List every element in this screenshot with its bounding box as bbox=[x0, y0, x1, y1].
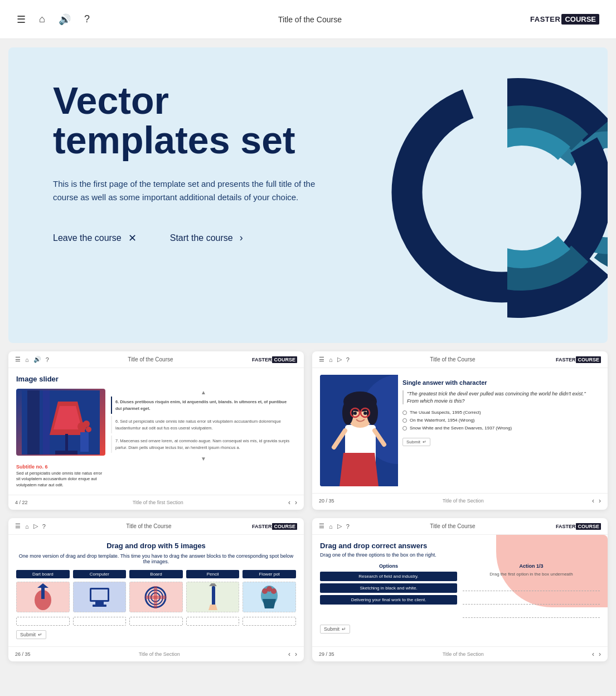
character-area bbox=[320, 375, 398, 486]
dnd5-drop-2[interactable] bbox=[73, 617, 127, 626]
dnd5-submit-label: Submit bbox=[20, 632, 36, 637]
svg-point-24 bbox=[353, 412, 357, 415]
dnd5-drop-3[interactable] bbox=[129, 617, 183, 626]
scroll-down-arrow[interactable]: ▼ bbox=[111, 455, 296, 463]
sidebar-item-3-text: 7. Maecenas sed ornare lorem, at commodo… bbox=[115, 438, 289, 450]
qa-submit-btn[interactable]: Submit ↵ bbox=[402, 438, 430, 446]
thumb-help-icon[interactable]: ? bbox=[46, 356, 49, 363]
thumb-home-icon-2[interactable]: ⌂ bbox=[329, 356, 333, 363]
thumb-play-icon-4[interactable]: ▷ bbox=[337, 523, 342, 530]
dnd5-submit-btn[interactable]: Submit ↵ bbox=[16, 630, 46, 639]
svg-rect-40 bbox=[212, 586, 215, 606]
thumb-home-icon-3[interactable]: ⌂ bbox=[25, 523, 29, 530]
thumb-menu-icon[interactable]: ☰ bbox=[15, 356, 21, 363]
leave-course-button[interactable]: Leave the course ✕ bbox=[53, 232, 137, 244]
dnd5-label-5[interactable]: Flower pot bbox=[242, 570, 296, 578]
dnd5-label-2[interactable]: Computer bbox=[73, 570, 127, 578]
thumb-menu-icon-2[interactable]: ☰ bbox=[319, 356, 324, 363]
qa-submit-label: Submit bbox=[406, 439, 420, 444]
dnd5-drop-4[interactable] bbox=[186, 617, 240, 626]
thumb-logo-course-2: COURSE bbox=[576, 356, 601, 363]
slider-sidebar-item-3[interactable]: 7. Maecenas sed ornare lorem, at commodo… bbox=[111, 436, 296, 453]
menu-icon[interactable]: ☰ bbox=[17, 13, 26, 26]
thumb-menu-icon-4[interactable]: ☰ bbox=[319, 523, 324, 530]
help-icon[interactable]: ? bbox=[84, 13, 90, 25]
next-btn-2[interactable]: › bbox=[599, 497, 601, 505]
dnd5-drop-1[interactable] bbox=[16, 617, 70, 626]
svg-rect-29 bbox=[41, 588, 45, 599]
thumb-card-single-answer: ☰ ⌂ ▷ ? Title of the Course FASTER COURS… bbox=[312, 351, 608, 510]
dnd5-drop-5[interactable] bbox=[242, 617, 296, 626]
qa-radio-2[interactable] bbox=[402, 418, 407, 423]
thumb-nav-icons-2: ☰ ⌂ ▷ ? bbox=[319, 356, 350, 363]
thumb-footer-nav-1: ‹ › bbox=[288, 499, 297, 506]
dnd5-label-3[interactable]: Board bbox=[129, 570, 183, 578]
single-answer-layout: Single answer with character "The greate… bbox=[320, 375, 600, 486]
prev-btn-1[interactable]: ‹ bbox=[288, 499, 290, 506]
leave-course-label: Leave the course bbox=[53, 233, 122, 243]
sidebar-item-2-text: 6. Sed ut perspiciatis unde omnis iste n… bbox=[115, 419, 281, 431]
slider-sidebar-item-2[interactable]: 6. Sed ut perspiciatis unde omnis iste n… bbox=[111, 416, 296, 433]
dnd5-img-5-svg bbox=[258, 583, 280, 611]
dnd-option-2[interactable]: Sketching in black and white. bbox=[320, 583, 457, 593]
slider-main-image bbox=[16, 389, 105, 456]
qa-radio-3[interactable] bbox=[402, 426, 407, 431]
thumb-card-dnd-correct: ☰ ⌂ ▷ ? Title of the Course FASTER COURS… bbox=[312, 518, 608, 661]
prev-btn-3[interactable]: ‹ bbox=[288, 650, 290, 658]
thumb-speaker-icon[interactable]: 🔊 bbox=[33, 356, 41, 363]
dnd-drop-zone-3[interactable] bbox=[463, 607, 600, 618]
qa-option-3[interactable]: Snow White and the Seven Dwarves, 1937 (… bbox=[402, 426, 595, 431]
dnd-drop-zone-2[interactable] bbox=[463, 593, 600, 605]
thumb-footer-4: 29 / 35 Title of the Section ‹ › bbox=[312, 646, 608, 661]
qa-option-1[interactable]: The Usual Suspects, 1995 (Correct) bbox=[402, 410, 595, 415]
thumb-logo-course-1: COURSE bbox=[272, 356, 297, 363]
qa-option-2[interactable]: On the Waterfront, 1954 (Wrong) bbox=[402, 418, 595, 423]
thumb-logo-3: FASTER COURSE bbox=[252, 523, 297, 530]
thumb-section-1: Title of the first Section bbox=[28, 500, 288, 505]
slider-sidebar-item-1[interactable]: 6. Diuses pretibous risquin enim, id arq… bbox=[111, 397, 296, 414]
speaker-icon[interactable]: 🔊 bbox=[59, 13, 71, 26]
dnd-submit-btn[interactable]: Submit ↵ bbox=[320, 625, 350, 634]
svg-rect-7 bbox=[55, 451, 77, 455]
svg-point-47 bbox=[271, 588, 277, 594]
nav-icons: ☰ ⌂ 🔊 ? bbox=[17, 13, 90, 26]
hero-content: Vector templates set This is the first p… bbox=[53, 81, 333, 244]
thumb-play-icon-2[interactable]: ▷ bbox=[337, 356, 342, 363]
slider-main-area: Subtitle no. 6 Sed ut perspiciatis unde … bbox=[16, 389, 105, 488]
nav-title: Title of the Course bbox=[90, 15, 530, 24]
svg-rect-33 bbox=[95, 602, 104, 605]
thumb-home-icon[interactable]: ⌂ bbox=[25, 356, 29, 363]
dnd5-subtitle: One more version of drag and drop templa… bbox=[16, 553, 296, 564]
thumb-help-icon-4[interactable]: ? bbox=[346, 523, 350, 530]
thumb-home-icon-4[interactable]: ⌂ bbox=[329, 523, 333, 530]
thumb-play-icon-3[interactable]: ▷ bbox=[33, 523, 38, 530]
scroll-up-arrow[interactable]: ▲ bbox=[111, 389, 296, 397]
dnd5-label-4[interactable]: Pencil bbox=[186, 570, 240, 578]
dnd5-submit-icon: ↵ bbox=[38, 632, 42, 637]
prev-btn-4[interactable]: ‹ bbox=[592, 650, 594, 658]
next-btn-1[interactable]: › bbox=[295, 499, 297, 506]
dnd5-img-2 bbox=[73, 582, 127, 612]
thumb-nav-3: ☰ ⌂ ▷ ? Title of the Course FASTER COURS… bbox=[8, 518, 304, 535]
thumb-menu-icon-3[interactable]: ☰ bbox=[15, 523, 21, 530]
thumb-help-icon-2[interactable]: ? bbox=[346, 356, 350, 363]
next-btn-4[interactable]: › bbox=[599, 650, 601, 658]
thumb-card-dnd5: ☰ ⌂ ▷ ? Title of the Course FASTER COURS… bbox=[8, 518, 304, 661]
prev-btn-2[interactable]: ‹ bbox=[592, 497, 594, 505]
thumb-footer-3: 26 / 35 Title of the Section ‹ › bbox=[8, 646, 304, 661]
home-icon[interactable]: ⌂ bbox=[39, 13, 45, 25]
start-course-button[interactable]: Start the course › bbox=[170, 232, 243, 244]
sidebar-item-1-text: 6. Diuses pretibous risquin enim, id arq… bbox=[115, 399, 287, 411]
thumb-nav-icons-3: ☰ ⌂ ▷ ? bbox=[15, 523, 46, 530]
qa-radio-1[interactable] bbox=[402, 410, 407, 415]
dnd-drop-zone-1[interactable] bbox=[463, 580, 600, 591]
dnd-action-desc: Drag the first option in the box underne… bbox=[463, 572, 600, 577]
thumb-logo-course-4: COURSE bbox=[576, 523, 601, 530]
dnd5-label-1[interactable]: Dart board bbox=[16, 570, 70, 578]
next-btn-3[interactable]: › bbox=[295, 650, 297, 658]
thumb-help-icon-3[interactable]: ? bbox=[42, 523, 46, 530]
dnd-option-1[interactable]: Research of field and industry. bbox=[320, 572, 457, 581]
dnd-option-3[interactable]: Delivering your final work to the client… bbox=[320, 595, 457, 605]
thumb-footer-nav-4: ‹ › bbox=[592, 650, 601, 658]
thumb-card-image-slider: ☰ ⌂ 🔊 ? Title of the Course FASTER COURS… bbox=[8, 351, 304, 510]
